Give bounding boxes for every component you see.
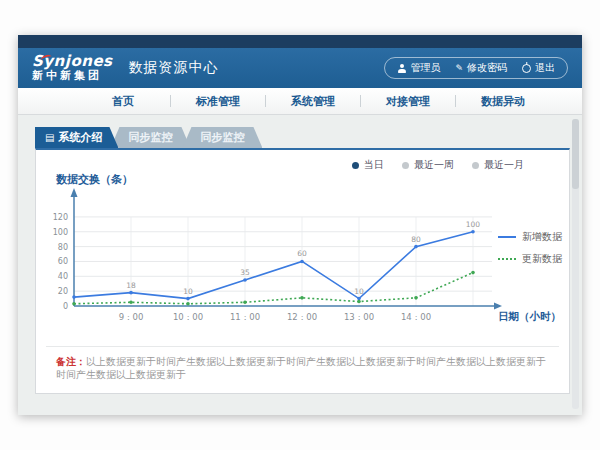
y-tick-label: 40: [58, 272, 68, 281]
tab-sync-monitor-2[interactable]: 同步监控: [182, 127, 262, 148]
admin-user-button[interactable]: 管理员: [397, 61, 440, 75]
period-option-last-month[interactable]: 最近一月: [472, 158, 524, 172]
y-tick-label: 120: [53, 213, 68, 222]
logout-button[interactable]: 退出: [522, 61, 555, 75]
nav-item-docking-mgmt[interactable]: 对接管理: [361, 94, 455, 109]
solid-line-icon: [498, 236, 516, 238]
data-point: [471, 271, 475, 275]
nav-item-system-mgmt[interactable]: 系统管理: [266, 94, 360, 109]
period-option-label: 最近一周: [414, 158, 454, 172]
period-option-last-week[interactable]: 最近一周: [402, 158, 454, 172]
x-tick-label: 14：00: [401, 312, 431, 322]
y-tick-label: 60: [58, 257, 68, 266]
scrollbar[interactable]: [572, 119, 579, 409]
radio-icon: [402, 162, 409, 169]
nav-item-home[interactable]: 首页: [76, 94, 170, 109]
app-header: Synjones 新中新集团 数据资源中心 管理员 ✎ 修改密码 退出: [18, 48, 582, 88]
point-label: 60: [297, 249, 307, 258]
top-strip: [18, 35, 582, 48]
legend-label: 新增数据: [522, 230, 562, 244]
scrollbar-thumb[interactable]: [572, 119, 579, 189]
point-label: 35: [240, 268, 250, 277]
x-tick-label: 10：00: [173, 312, 203, 322]
note-text: 以上数据更新于时间产生数据以上数据更新于时间产生数据以上数据更新于时间产生数据以…: [56, 356, 546, 380]
divider: [46, 346, 559, 347]
data-point: [129, 300, 133, 304]
x-axis-arrow: [494, 303, 502, 310]
document-icon: ▤: [45, 133, 54, 143]
content-area: ▤ 系统介绍 同步监控 同步监控 当日 最近一周: [18, 115, 582, 415]
period-option-label: 当日: [364, 158, 384, 172]
line-chart: 0204060801001209：0010：0011：0012：0013：001…: [42, 178, 582, 358]
radio-icon: [352, 162, 359, 169]
data-point: [357, 300, 361, 304]
x-tick-label: 11：00: [230, 312, 260, 322]
point-label: 80: [411, 235, 421, 244]
main-nav: 首页 标准管理 系统管理 对接管理 数据异动: [18, 88, 582, 115]
point-label: 10: [354, 287, 364, 296]
data-point: [414, 245, 418, 249]
data-point: [129, 291, 133, 295]
note-prefix: 备注：: [56, 356, 86, 367]
legend-label: 更新数据: [522, 252, 562, 266]
dotted-line-icon: [498, 258, 516, 260]
period-option-label: 最近一月: [484, 158, 524, 172]
edit-icon: ✎: [455, 64, 463, 73]
y-axis-arrow: [71, 188, 78, 197]
legend-item-new-data[interactable]: 新增数据: [498, 230, 562, 244]
y-tick-label: 100: [53, 228, 68, 237]
nav-item-data-change[interactable]: 数据异动: [456, 94, 550, 109]
tab-label: 系统介绍: [58, 130, 102, 145]
brand-logo: Synjones 新中新集团: [32, 54, 113, 81]
nav-item-standard-mgmt[interactable]: 标准管理: [171, 94, 265, 109]
x-tick-label: 9：00: [119, 312, 144, 322]
point-label: 18: [126, 281, 136, 290]
page-title: 数据资源中心: [129, 59, 219, 77]
data-point: [243, 278, 247, 282]
data-point: [300, 260, 304, 264]
data-point: [471, 230, 475, 234]
x-tick-label: 12：00: [287, 312, 317, 322]
tab-system-intro[interactable]: ▤ 系统介绍: [35, 127, 118, 148]
tab-label: 同步监控: [200, 130, 244, 145]
data-point: [186, 297, 190, 301]
footer-note: 备注：以上数据更新于时间产生数据以上数据更新于时间产生数据以上数据更新于时间产生…: [56, 355, 553, 381]
data-point: [72, 302, 76, 306]
tab-label: 同步监控: [128, 130, 172, 145]
chart-card: 当日 最近一周 最近一月 数据交换（条） 0204060801001209：00…: [35, 148, 570, 394]
change-password-label: 修改密码: [467, 61, 507, 75]
radio-icon: [472, 162, 479, 169]
data-point: [186, 302, 190, 306]
brand-logo-subtext: 新中新集团: [32, 70, 113, 82]
data-point: [414, 296, 418, 300]
y-tick-label: 0: [63, 302, 68, 311]
user-icon: [397, 64, 406, 73]
admin-user-label: 管理员: [410, 61, 440, 75]
point-label: 100: [466, 220, 481, 229]
data-point: [72, 295, 76, 299]
user-toolbar: 管理员 ✎ 修改密码 退出: [384, 57, 568, 79]
brand-logo-text: Synjones: [32, 54, 113, 70]
period-filter: 当日 最近一周 最近一月: [352, 158, 524, 172]
x-tick-label: 13：00: [344, 312, 374, 322]
tab-sync-monitor-1[interactable]: 同步监控: [110, 127, 190, 148]
tab-bar: ▤ 系统介绍 同步监控 同步监控: [35, 127, 582, 148]
x-axis-label: 日期（小时）: [498, 310, 561, 324]
data-point: [300, 296, 304, 300]
y-tick-label: 20: [58, 287, 68, 296]
y-tick-label: 80: [58, 243, 68, 252]
change-password-button[interactable]: ✎ 修改密码: [455, 61, 507, 75]
point-label: 10: [183, 287, 193, 296]
data-point: [243, 300, 247, 304]
logout-label: 退出: [535, 61, 555, 75]
app-window: Synjones 新中新集团 数据资源中心 管理员 ✎ 修改密码 退出 首页 标…: [18, 35, 582, 415]
period-option-today[interactable]: 当日: [352, 158, 384, 172]
legend-item-update-data[interactable]: 更新数据: [498, 252, 562, 266]
chart-legend: 新增数据 更新数据: [498, 230, 562, 266]
power-icon: [522, 64, 531, 73]
